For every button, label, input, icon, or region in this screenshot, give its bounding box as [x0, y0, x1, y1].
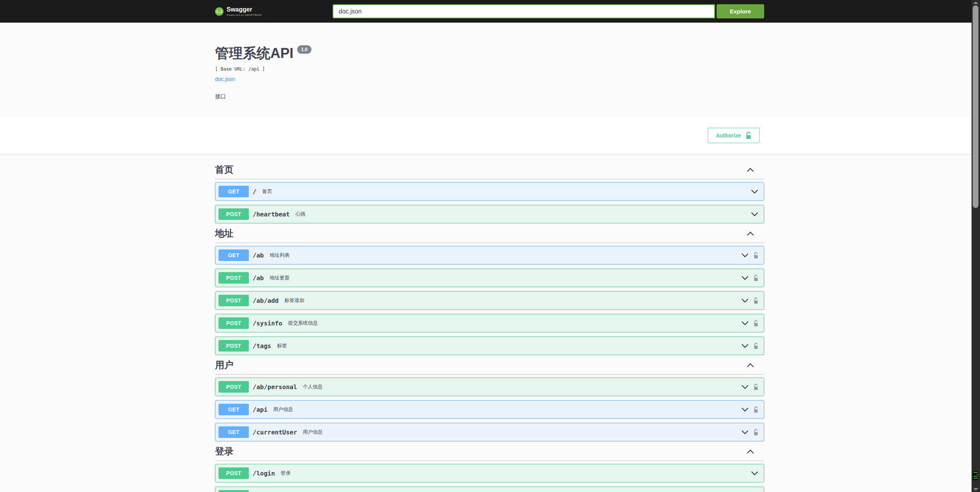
method-badge: POST: [219, 317, 249, 329]
operation-row[interactable]: POST /ab/add 标签添加: [215, 291, 764, 310]
scrollbar-thumb[interactable]: [973, 5, 978, 208]
auth-lock-icon[interactable]: [753, 429, 758, 436]
section-title: 首页: [215, 164, 233, 175]
method-badge: GET: [219, 186, 249, 197]
chevron-up-icon[interactable]: [747, 167, 754, 172]
operation-summary: 个人信息: [303, 383, 323, 390]
scrollbar-up-arrow-icon[interactable]: [973, 2, 978, 4]
chevron-down-icon[interactable]: [741, 298, 749, 303]
chevron-down-icon[interactable]: [741, 321, 749, 326]
page-title: 管理系统API 1.0: [215, 44, 764, 63]
operation-row[interactable]: POST /heartbeat 心跳: [215, 205, 764, 223]
api-section: 登录 POST /login 登录 POST /login/account 登录…: [215, 446, 764, 492]
scrollbar-track[interactable]: [972, 0, 980, 492]
operation-row[interactable]: POST /login 登录: [215, 464, 764, 482]
method-badge: POST: [219, 467, 249, 479]
scrollbar-marker: [972, 471, 979, 481]
operation-path: /tags: [253, 342, 271, 350]
info-section: 管理系统API 1.0 [ Base URL: /api ] doc.json …: [0, 23, 972, 117]
base-url: [ Base URL: /api ]: [215, 66, 764, 72]
chevron-down-icon[interactable]: [751, 471, 758, 476]
auth-lock-icon[interactable]: [753, 252, 758, 259]
operation-path: /currentUser: [253, 429, 297, 436]
chevron-down-icon[interactable]: [751, 189, 758, 194]
operation-summary: 心跳: [295, 211, 305, 218]
chevron-down-icon[interactable]: [751, 212, 758, 217]
method-badge: POST: [219, 272, 249, 284]
operations-list: 首页 GET / 首页 POST /heartbeat 心跳: [215, 164, 764, 492]
section-header[interactable]: 用户: [215, 359, 764, 375]
operation-row[interactable]: GET /ab 地址列表: [215, 246, 764, 264]
chevron-down-icon[interactable]: [741, 385, 749, 390]
method-badge: GET: [219, 249, 249, 261]
method-badge: POST: [219, 381, 249, 393]
operation-path: /ab: [253, 252, 264, 259]
operation-summary: 用户信息: [303, 429, 323, 436]
operation-row[interactable]: POST /ab/personal 个人信息: [215, 378, 764, 396]
authorize-label: Authorize: [716, 132, 741, 139]
version-badge: 1.0: [297, 45, 311, 54]
method-badge: POST: [219, 295, 249, 306]
operation-row[interactable]: GET /currentUser 用户信息: [215, 423, 764, 441]
auth-lock-icon[interactable]: [753, 274, 758, 282]
spec-link[interactable]: doc.json: [215, 76, 235, 82]
operation-path: /ab/personal: [253, 383, 297, 391]
explore-button[interactable]: Explore: [717, 4, 764, 18]
operation-summary: 首页: [262, 188, 272, 195]
section-title: 登录: [215, 446, 233, 457]
operation-row[interactable]: POST /login/account 登录账户: [215, 487, 764, 492]
operation-path: /ab/add: [253, 297, 278, 304]
chevron-down-icon[interactable]: [741, 253, 749, 258]
operation-summary: 提交系统信息: [288, 320, 318, 327]
auth-lock-icon[interactable]: [753, 320, 758, 327]
swagger-logo-icon: {…}: [215, 7, 223, 16]
method-badge: GET: [219, 426, 249, 438]
spec-url-input[interactable]: [333, 4, 715, 18]
operation-row[interactable]: POST /tags 标签: [215, 337, 764, 355]
operation-path: /login: [253, 470, 275, 477]
logo-title: Swagger: [227, 7, 262, 13]
section-header[interactable]: 首页: [215, 164, 764, 179]
operation-path: /heartbeat: [253, 211, 290, 218]
chevron-up-icon[interactable]: [747, 449, 754, 454]
operation-path: /ab: [253, 274, 264, 282]
method-badge: POST: [219, 208, 249, 220]
section-header[interactable]: 地址: [215, 228, 764, 243]
operation-path: /: [253, 188, 257, 195]
operation-summary: 用户信息: [273, 406, 293, 413]
unlock-icon: [745, 131, 752, 140]
chevron-down-icon[interactable]: [741, 343, 749, 348]
method-badge: GET: [219, 404, 249, 415]
scrollbar-down-arrow-icon[interactable]: [973, 488, 978, 490]
operation-path: /api: [253, 406, 268, 413]
chevron-down-icon[interactable]: [741, 407, 749, 412]
chevron-down-icon[interactable]: [741, 276, 749, 281]
chevron-up-icon[interactable]: [747, 231, 754, 236]
chevron-down-icon[interactable]: [741, 430, 749, 435]
method-badge: POST: [219, 490, 249, 492]
operation-row[interactable]: GET / 首页: [215, 182, 764, 201]
operation-row[interactable]: POST /ab 地址更新: [215, 269, 764, 287]
scheme-container: Authorize: [0, 117, 972, 154]
logo-tagline: Supported by SMARTBEAR: [227, 14, 262, 16]
operation-summary: 登录: [281, 470, 291, 477]
auth-lock-icon[interactable]: [753, 406, 758, 413]
auth-lock-icon[interactable]: [753, 383, 758, 391]
swagger-logo[interactable]: {…} Swagger Supported by SMARTBEAR: [215, 7, 262, 16]
api-section: 地址 GET /ab 地址列表 POST /ab 地址更新: [215, 228, 764, 355]
section-header[interactable]: 登录: [215, 446, 764, 461]
api-section: 用户 POST /ab/personal 个人信息 GET /api 用户信息: [215, 359, 764, 441]
operation-summary: 标签添加: [284, 297, 304, 304]
topbar: {…} Swagger Supported by SMARTBEAR Explo…: [0, 0, 972, 23]
method-badge: POST: [219, 340, 249, 352]
operation-summary: 地址列表: [270, 252, 290, 259]
auth-lock-icon[interactable]: [753, 342, 758, 350]
api-description: 接口: [215, 93, 764, 100]
operation-row[interactable]: GET /api 用户信息: [215, 400, 764, 419]
section-title: 用户: [215, 359, 233, 371]
auth-lock-icon[interactable]: [753, 297, 758, 304]
api-section: 首页 GET / 首页 POST /heartbeat 心跳: [215, 164, 764, 223]
authorize-button[interactable]: Authorize: [708, 128, 760, 143]
operation-row[interactable]: POST /sysinfo 提交系统信息: [215, 314, 764, 332]
chevron-up-icon[interactable]: [747, 363, 754, 368]
